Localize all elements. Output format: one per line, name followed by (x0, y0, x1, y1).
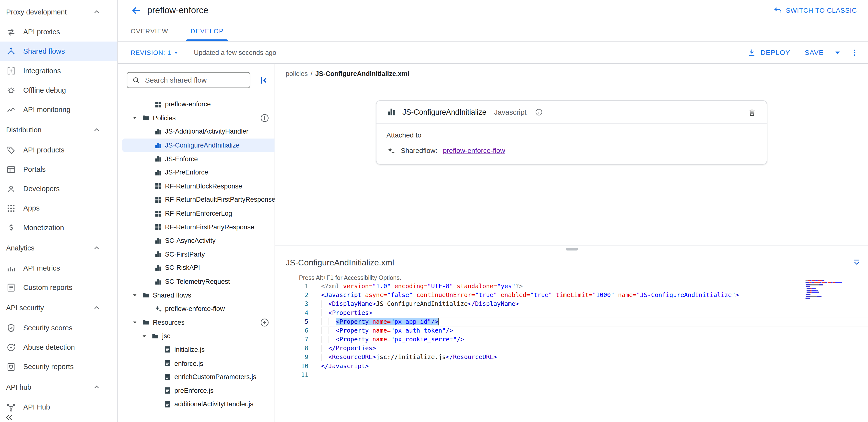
tree-item-js-additionalactivityhandler[interactable]: JS-AdditionalActivityHandler (118, 125, 275, 138)
tree-item-sc-asyncactivity[interactable]: SC-AsyncActivity (118, 234, 275, 248)
code-editor[interactable]: Press Alt+F1 for Accessibility Options. … (275, 272, 868, 422)
tab-develop[interactable]: DEVELOP (183, 21, 231, 41)
sidebar-item-custom-reports[interactable]: Custom reports (0, 278, 117, 297)
sidebar-item-security-scores[interactable]: Security scores (0, 318, 117, 337)
code-line-2[interactable]: 2<Javascript async="false" continueOnErr… (275, 291, 868, 300)
tree-item-rf-returnenforcerlog[interactable]: RF-ReturnEnforcerLog (118, 206, 275, 220)
breadcrumb-parent[interactable]: policies (286, 70, 308, 78)
sharedflow-link[interactable]: preflow-enforce-flow (443, 147, 505, 154)
tree-item-sc-firstparty[interactable]: SC-FirstParty (118, 248, 275, 261)
editor-column: policies / JS-ConfigureAndInitialize.xml… (275, 64, 868, 422)
code-token: continueOnError= (416, 292, 475, 299)
sidebar-section-api-security[interactable]: API security (0, 297, 117, 318)
sidebar-item-monetization[interactable]: Monetization (0, 218, 117, 237)
sidebar-item-security-reports[interactable]: Security reports (0, 357, 117, 376)
tree-item-js-enforce[interactable]: JS-Enforce (118, 152, 275, 166)
search-input[interactable] (145, 76, 245, 84)
more-options-button[interactable] (850, 48, 859, 57)
code-line-10[interactable]: 10</Javascript> (275, 362, 868, 371)
tree-item-label: Shared flows (153, 291, 191, 299)
code-line-4[interactable]: 4 <Properties> (275, 309, 868, 318)
tree-item-jsc[interactable]: jsc (118, 329, 275, 343)
sidebar-item-api-hub[interactable]: API Hub (0, 397, 117, 417)
switch-to-classic-button[interactable]: SWITCH TO CLASSIC (773, 6, 857, 15)
code-line-7[interactable]: 7 <Property name="px_cookie_secret"/> (275, 335, 868, 344)
tree-item-rf-returnfirstpartyresponse[interactable]: RF-ReturnFirstPartyResponse (118, 220, 275, 234)
tree-item-sc-riskapi[interactable]: SC-RiskAPI (118, 261, 275, 275)
sidebar-item-api-proxies[interactable]: API proxies (0, 22, 117, 41)
code-line-1[interactable]: 1<?xml version="1.0" encoding="UTF-8" st… (275, 282, 868, 291)
sidebar-item-api-metrics[interactable]: API metrics (0, 258, 117, 278)
sidebar-section-distribution[interactable]: Distribution (0, 119, 117, 140)
js-file-icon (161, 370, 173, 384)
panel-splitter[interactable] (275, 246, 868, 253)
sidebar-section-analytics[interactable]: Analytics (0, 237, 117, 258)
tree-item-policies[interactable]: Policies (118, 111, 275, 125)
collapse-panel-icon[interactable] (258, 75, 269, 86)
tree-item-resources[interactable]: Resources (118, 316, 275, 329)
info-icon[interactable] (535, 108, 543, 116)
collapse-editor-icon[interactable] (852, 258, 861, 267)
tree-item-preflow-enforce-flow[interactable]: preflow-enforce-flow (118, 302, 275, 316)
tree-item-rf-returndefaultfirstpartyresponse[interactable]: RF-ReturnDefaultFirstPartyResponse (118, 193, 275, 206)
sidebar-item-api-products[interactable]: API products (0, 140, 117, 160)
code-content (321, 371, 868, 379)
revision-selector[interactable]: REVISION: 1 (131, 48, 181, 57)
code-line-3[interactable]: 3 <DisplayName>JS-ConfigureAndInitialize… (275, 300, 868, 309)
code-line-8[interactable]: 8 </Properties> (275, 344, 868, 353)
tree-expander-icon[interactable] (129, 316, 140, 329)
back-button[interactable] (131, 5, 142, 16)
line-number: 9 (275, 353, 308, 362)
delete-policy-button[interactable] (747, 107, 756, 117)
policy-card[interactable]: JS-ConfigureAndInitialize Javascript Att… (376, 100, 767, 164)
sidebar-item-portals[interactable]: Portals (0, 160, 117, 179)
search-shared-flow-box[interactable] (127, 72, 250, 88)
tree-item-preenforce-js[interactable]: preEnforce.js (118, 384, 275, 397)
minimap[interactable] (805, 280, 842, 302)
sharedflow-icon (386, 146, 395, 155)
save-button[interactable]: SAVE (799, 45, 829, 60)
tree-item-sc-telemetryrequest[interactable]: SC-TelemetryRequest (118, 275, 275, 288)
tree-expander-icon[interactable] (138, 329, 149, 343)
tree-item-js-configureandinitialize[interactable]: JS-ConfigureAndInitialize (118, 138, 275, 152)
sidebar-section-proxy-development[interactable]: Proxy development (0, 1, 117, 22)
save-options-button[interactable] (833, 47, 842, 57)
tree-item-rf-returnblockresponse[interactable]: RF-ReturnBlockResponse (118, 179, 275, 193)
code-line-11[interactable]: 11 (275, 371, 868, 379)
add-button[interactable] (260, 317, 270, 328)
minimap-row (805, 288, 842, 289)
sidebar-item-abuse-detection[interactable]: Abuse detection (0, 337, 117, 357)
code-line-9[interactable]: 9 <ResourceURL>jsc://initialize.js</Reso… (275, 353, 868, 362)
code-token: "UTF-8" (427, 283, 453, 290)
tree-item-label: SC-FirstParty (165, 250, 205, 258)
sidebar-item-integrations[interactable]: Integrations (0, 61, 117, 80)
monetization-icon (6, 223, 16, 232)
abuse-detection-icon (6, 342, 16, 352)
deploy-button[interactable]: DEPLOY (742, 45, 796, 60)
sidebar-item-offline-debug[interactable]: Offline debug (0, 80, 117, 100)
splitter-handle[interactable] (565, 248, 578, 250)
sidebar-item-api-monitoring[interactable]: API monitoring (0, 100, 117, 119)
js-policy-icon (152, 139, 163, 152)
sidebar-item-apps[interactable]: Apps (0, 198, 117, 218)
tree-item-js-preenforce[interactable]: JS-PreEnforce (118, 166, 275, 179)
tree-item-shared-flows[interactable]: Shared flows (118, 288, 275, 302)
sidebar-section-api-hub[interactable]: API hub (0, 376, 117, 397)
code-token: </DisplayName> (468, 301, 519, 308)
tree-item-preflow-enforce[interactable]: preflow-enforce (118, 97, 275, 111)
tree-expander-icon[interactable] (129, 288, 140, 302)
code-content: <Property name="px_cookie_secret"/> (321, 335, 868, 344)
tab-overview[interactable]: OVERVIEW (123, 21, 176, 41)
tree-expander-icon[interactable] (129, 111, 140, 124)
add-button[interactable] (260, 113, 270, 123)
sidebar-item-shared-flows[interactable]: Shared flows (0, 42, 117, 61)
tree-item-enforce-js[interactable]: enforce.js (118, 357, 275, 370)
tree-item-additionalactivityhandler-js[interactable]: additionalActivityHandler.js (118, 397, 275, 411)
minimap-segment (822, 280, 824, 281)
collapse-sidebar-icon[interactable] (4, 413, 14, 422)
tree-item-initialize-js[interactable]: initialize.js (118, 343, 275, 357)
sidebar-item-developers[interactable]: Developers (0, 179, 117, 198)
code-line-5[interactable]: 5 <Property name="px_app_id"/> (275, 318, 868, 327)
tree-item-enrichcustomparameters-js[interactable]: enrichCustomParameters.js (118, 370, 275, 384)
code-line-6[interactable]: 6 <Property name="px_auth_token"/> (275, 327, 868, 335)
